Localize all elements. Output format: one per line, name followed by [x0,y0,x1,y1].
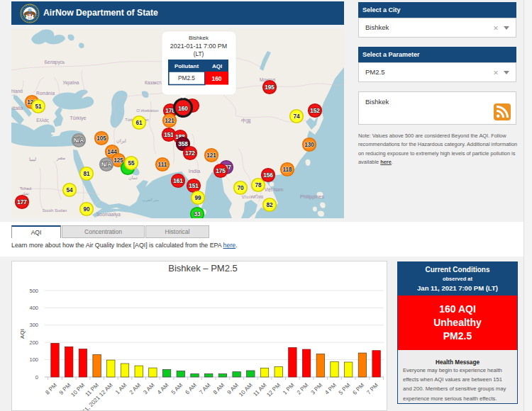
svg-text:Bishkek: Bishkek [189,35,209,41]
svg-text:54: 54 [66,187,73,193]
svg-text:358: 358 [178,141,188,147]
svg-text:Pollutant: Pollutant [174,63,199,69]
svg-text:61: 61 [135,120,143,126]
svg-text:PM2.5: PM2.5 [178,74,195,81]
svg-text:33: 33 [194,211,201,218]
svg-text:118: 118 [282,167,292,173]
svg-text:N/A: N/A [101,162,111,168]
svg-text:hland: hland [11,89,23,94]
svg-text:200: 200 [29,339,38,346]
svg-text:55: 55 [128,160,135,167]
svg-text:195: 195 [265,84,275,91]
svg-text:151: 151 [189,183,199,189]
svg-text:125: 125 [113,157,123,164]
svg-text:160: 160 [211,75,221,82]
svg-text:51: 51 [35,103,42,110]
svg-text:105: 105 [96,135,106,142]
svg-text:2021-01-11 7:00 PM: 2021-01-11 7:00 PM [170,43,227,50]
svg-text:AQI: AQI [19,329,26,339]
svg-text:177: 177 [17,199,27,206]
svg-text:ليبيا: ليبيا [29,157,36,162]
svg-text:Беларусь: Беларусь [45,60,65,65]
svg-text:O‘zbekiston: O‘zbekiston [136,108,158,113]
svg-text:Philippines: Philippines [300,194,324,200]
svg-text:Ελλάς: Ελλάς [36,118,49,123]
svg-text:111: 111 [158,162,167,168]
svg-text:81: 81 [83,171,90,177]
svg-text:121: 121 [165,118,174,124]
svg-text:100: 100 [29,356,38,363]
svg-text:(LT): (LT) [194,50,204,57]
svg-text:بحر العرب: بحر العرب [142,198,159,203]
svg-text:172: 172 [185,150,195,157]
svg-text:152: 152 [310,108,320,114]
svg-text:151: 151 [164,132,174,138]
svg-text:Україна: Україна [63,80,79,86]
svg-text:عمان: عمان [128,176,138,180]
svg-text:Tchad: Tchad [20,186,31,191]
svg-text:90: 90 [83,206,90,213]
svg-text:România: România [36,91,55,96]
svg-text:Soomaaliya: Soomaaliya [96,212,121,218]
svg-text:500: 500 [29,288,38,294]
svg-text:Bishkek – PM2.5: Bishkek – PM2.5 [168,263,238,274]
svg-text:130: 130 [304,142,314,148]
svg-text:AQI: AQI [212,63,222,69]
svg-text:0: 0 [35,374,38,381]
svg-text:ประเทศไทย: ประเทศไทย [242,194,264,199]
svg-text:Việt Nam: Việt Nam [265,187,284,192]
svg-text:156: 156 [263,172,273,179]
svg-text:N/A: N/A [74,137,84,144]
svg-text:مصر: مصر [56,155,66,161]
svg-text:70: 70 [237,185,244,191]
svg-text:Türkiye: Türkiye [70,116,87,121]
svg-text:78: 78 [255,182,262,188]
svg-text:中国: 中国 [241,118,251,124]
svg-text:300: 300 [29,322,38,328]
svg-text:South Sudan: South Sudan [43,208,67,213]
svg-text:121: 121 [206,152,216,159]
svg-text:ايران: ايران [116,138,126,144]
svg-text:161: 161 [173,178,183,184]
svg-text:175: 175 [216,168,226,174]
svg-text:160: 160 [178,106,188,112]
svg-text:82: 82 [266,202,273,208]
svg-text:99: 99 [194,195,201,201]
svg-text:Italia: Italia [13,106,23,111]
svg-text:India: India [189,168,201,174]
svg-text:400: 400 [29,305,38,311]
svg-text:74: 74 [293,113,300,120]
